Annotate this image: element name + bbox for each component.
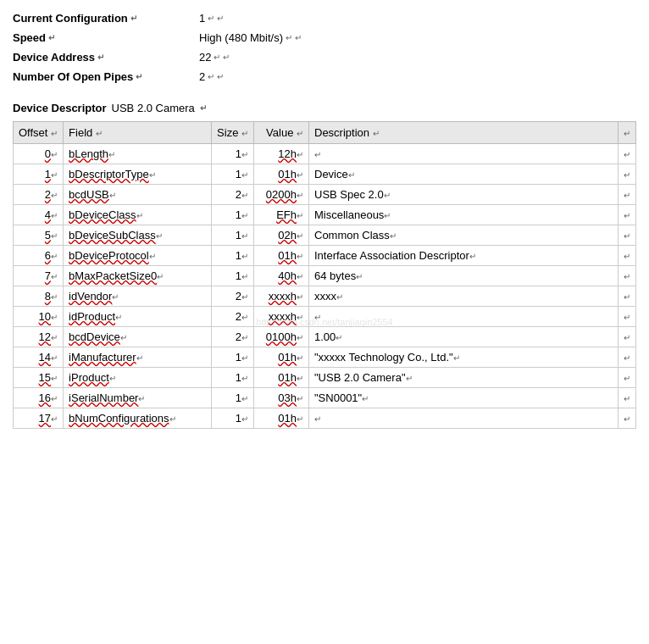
cell-last: ↵	[618, 185, 636, 205]
cell-description: "xxxxx Technology Co., Ltd."↵	[309, 347, 618, 368]
cell-size: 1↵	[212, 164, 254, 185]
table-row: 16↵iSerialNumber↵1↵03h↵"SN0001"↵↵	[14, 388, 636, 408]
col-header-text: Size	[217, 126, 238, 139]
cell-value: 12h↵	[254, 144, 309, 164]
cell-field: idVendor↵	[64, 286, 212, 307]
cell-description: Device↵	[309, 164, 618, 185]
cell-field: bcdUSB↵	[64, 185, 212, 205]
cell-value: 01h↵	[254, 408, 309, 429]
cell-last: ↵	[618, 205, 636, 225]
arrow-icon: ↵	[373, 129, 380, 138]
cell-offset: 2↵	[14, 185, 64, 205]
table-row: 15↵iProduct↵1↵01h↵"USB 2.0 Camera"↵↵	[14, 368, 636, 388]
cell-field: idProduct↵	[64, 307, 212, 327]
cell-size: 1↵	[212, 368, 254, 388]
config-row-pipes: Number Of Open Pipes ↵ 2 ↵ ↵	[13, 67, 636, 86]
cell-last: ↵	[618, 225, 636, 246]
arrow-icon: ↵	[208, 72, 214, 81]
col-header-field: Field ↵	[64, 122, 212, 144]
cell-description: Interface Association Descriptor↵	[309, 246, 618, 266]
cell-description: Common Class↵	[309, 225, 618, 246]
cell-size: 1↵	[212, 266, 254, 286]
cell-offset: 12↵	[14, 327, 64, 347]
cell-offset: 1↵	[14, 164, 64, 185]
arrow-icon: ↵	[96, 129, 103, 138]
cell-value: 01h↵	[254, 246, 309, 266]
arrow-icon: ↵	[217, 72, 224, 81]
cell-description: xxxx↵	[309, 286, 618, 307]
cell-offset: 8↵	[14, 286, 64, 307]
table-row: 7↵bMaxPacketSize0↵1↵40h↵64 bytes↵↵	[14, 266, 636, 286]
cell-offset: 7↵	[14, 266, 64, 286]
config-label-current: Current Configuration ↵	[13, 12, 199, 25]
table-row: 14↵iManufacturer↵1↵01h↵"xxxxx Technology…	[14, 347, 636, 368]
cell-description: 1.00↵	[309, 327, 618, 347]
cell-last: ↵	[618, 164, 636, 185]
col-header-size: Size ↵	[212, 122, 254, 144]
cell-last: ↵	[618, 388, 636, 408]
descriptor-subtitle: USB 2.0 Camera	[112, 102, 195, 114]
cell-last: ↵	[618, 144, 636, 164]
value-text: High (480 Mbit/s)	[199, 31, 283, 44]
table-row: 8↵idVendor↵2↵xxxxh↵xxxx↵↵	[14, 286, 636, 307]
cell-value: 01h↵	[254, 347, 309, 368]
config-value-address: 22 ↵ ↵	[199, 51, 230, 64]
col-header-offset: Offset ↵	[14, 122, 64, 144]
cell-offset: 6↵	[14, 246, 64, 266]
config-row-current: Current Configuration ↵ 1 ↵ ↵	[13, 8, 636, 28]
cell-value: 0200h↵	[254, 185, 309, 205]
cell-offset: 17↵	[14, 408, 64, 429]
label-text: Number Of Open Pipes	[13, 70, 133, 83]
cell-value: EFh↵	[254, 205, 309, 225]
cell-value: xxxxh↵	[254, 286, 309, 307]
label-text: Speed	[13, 31, 46, 44]
arrow-icon: ↵	[51, 129, 58, 138]
cell-field: bDeviceProtocol↵	[64, 246, 212, 266]
config-row-address: Device Address ↵ 22 ↵ ↵	[13, 47, 636, 67]
cell-last: ↵	[618, 266, 636, 286]
value-text: 22	[199, 51, 211, 64]
cell-field: bNumConfigurations↵	[64, 408, 212, 429]
label-text: Current Configuration	[13, 12, 128, 25]
arrow-icon: ↵	[217, 14, 224, 23]
cell-offset: 10↵	[14, 307, 64, 327]
cell-last: ↵	[618, 347, 636, 368]
col-header-text: Field	[69, 126, 92, 139]
descriptor-title-text: Device Descriptor	[13, 102, 107, 114]
cell-value: 03h↵	[254, 388, 309, 408]
arrow-icon: ↵	[97, 53, 104, 62]
cell-offset: 16↵	[14, 388, 64, 408]
arrow-icon: ↵	[130, 14, 137, 23]
cell-field: bDeviceClass↵	[64, 205, 212, 225]
col-header-last: ↵	[618, 122, 636, 144]
cell-offset: 14↵	[14, 347, 64, 368]
cell-description: USB Spec 2.0↵	[309, 185, 618, 205]
cell-size: 2↵	[212, 286, 254, 307]
cell-value: 02h↵	[254, 225, 309, 246]
arrow-icon: ↵	[214, 53, 220, 62]
cell-size: 1↵	[212, 205, 254, 225]
arrow-icon: ↵	[48, 33, 55, 42]
config-label-speed: Speed ↵	[13, 31, 199, 44]
cell-size: 2↵	[212, 307, 254, 327]
cell-size: 1↵	[212, 225, 254, 246]
cell-value: 40h↵	[254, 266, 309, 286]
col-header-text: Offset	[19, 126, 47, 139]
config-value-speed: High (480 Mbit/s) ↵ ↵	[199, 31, 302, 44]
arrow-icon: ↵	[241, 129, 248, 138]
cell-last: ↵	[618, 368, 636, 388]
cell-size: 1↵	[212, 246, 254, 266]
cell-field: iProduct↵	[64, 368, 212, 388]
cell-description: 64 bytes↵	[309, 266, 618, 286]
value-text: 2	[199, 70, 205, 83]
config-value-pipes: 2 ↵ ↵	[199, 70, 224, 83]
arrow-icon: ↵	[200, 103, 207, 113]
table-row: 4↵bDeviceClass↵1↵EFh↵Miscellaneous↵↵	[14, 205, 636, 225]
cell-last: ↵	[618, 408, 636, 429]
arrow-icon: ↵	[295, 33, 302, 42]
table-row: 10↵idProduct↵2↵xxxxh↵↵↵	[14, 307, 636, 327]
cell-size: 1↵	[212, 144, 254, 164]
table-row: 17↵bNumConfigurations↵1↵01h↵↵↵	[14, 408, 636, 429]
cell-value: xxxxh↵	[254, 307, 309, 327]
cell-description: ↵	[309, 144, 618, 164]
